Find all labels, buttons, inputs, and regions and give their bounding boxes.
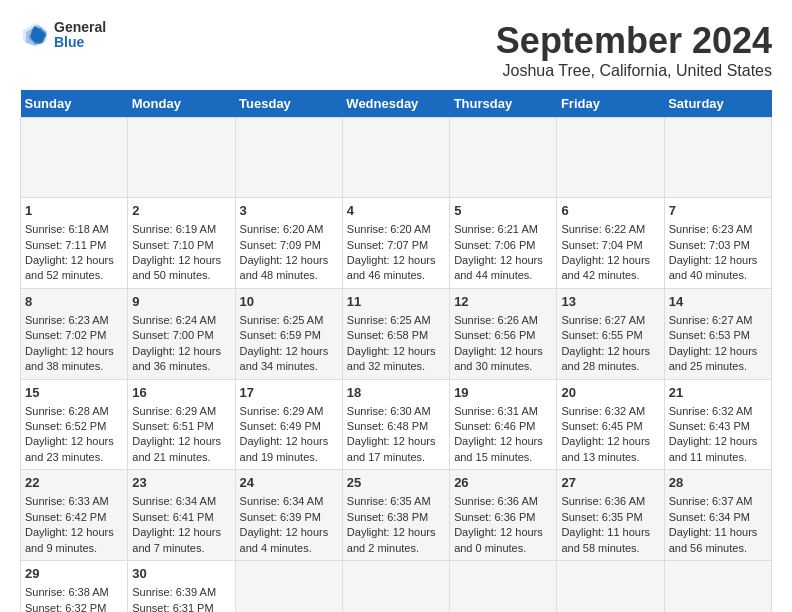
sunset: Sunset: 6:42 PM — [25, 511, 106, 523]
sunset: Sunset: 6:36 PM — [454, 511, 535, 523]
daylight-label: Daylight: 12 hours and 11 minutes. — [669, 435, 758, 462]
sunset: Sunset: 7:06 PM — [454, 239, 535, 251]
calendar-cell — [557, 561, 664, 613]
sunrise: Sunrise: 6:27 AM — [561, 314, 645, 326]
day-number: 24 — [240, 474, 338, 492]
daylight-label: Daylight: 12 hours and 2 minutes. — [347, 526, 436, 553]
calendar-title: September 2024 — [496, 20, 772, 62]
sunset: Sunset: 7:10 PM — [132, 239, 213, 251]
title-block: September 2024 Joshua Tree, California, … — [496, 20, 772, 80]
sunset: Sunset: 6:52 PM — [25, 420, 106, 432]
sunset: Sunset: 6:56 PM — [454, 329, 535, 341]
calendar-cell: 27Sunrise: 6:36 AMSunset: 6:35 PMDayligh… — [557, 470, 664, 561]
daylight-label: Daylight: 12 hours and 28 minutes. — [561, 345, 650, 372]
sunset: Sunset: 6:59 PM — [240, 329, 321, 341]
calendar-cell: 17Sunrise: 6:29 AMSunset: 6:49 PMDayligh… — [235, 379, 342, 470]
calendar-cell: 10Sunrise: 6:25 AMSunset: 6:59 PMDayligh… — [235, 288, 342, 379]
daylight-label: Daylight: 12 hours and 19 minutes. — [240, 435, 329, 462]
calendar-cell: 14Sunrise: 6:27 AMSunset: 6:53 PMDayligh… — [664, 288, 771, 379]
calendar-cell: 23Sunrise: 6:34 AMSunset: 6:41 PMDayligh… — [128, 470, 235, 561]
calendar-cell: 18Sunrise: 6:30 AMSunset: 6:48 PMDayligh… — [342, 379, 449, 470]
sunrise: Sunrise: 6:37 AM — [669, 495, 753, 507]
calendar-cell: 6Sunrise: 6:22 AMSunset: 7:04 PMDaylight… — [557, 198, 664, 289]
day-number: 21 — [669, 384, 767, 402]
sunset: Sunset: 6:58 PM — [347, 329, 428, 341]
sunrise: Sunrise: 6:32 AM — [669, 405, 753, 417]
calendar-header-row: SundayMondayTuesdayWednesdayThursdayFrid… — [21, 90, 772, 118]
sunset: Sunset: 6:46 PM — [454, 420, 535, 432]
calendar-cell — [450, 561, 557, 613]
calendar-cell: 11Sunrise: 6:25 AMSunset: 6:58 PMDayligh… — [342, 288, 449, 379]
calendar-cell: 12Sunrise: 6:26 AMSunset: 6:56 PMDayligh… — [450, 288, 557, 379]
sunset: Sunset: 7:03 PM — [669, 239, 750, 251]
sunset: Sunset: 6:39 PM — [240, 511, 321, 523]
daylight-label: Daylight: 12 hours and 38 minutes. — [25, 345, 114, 372]
daylight-label: Daylight: 12 hours and 32 minutes. — [347, 345, 436, 372]
sunset: Sunset: 6:31 PM — [132, 602, 213, 612]
sunrise: Sunrise: 6:32 AM — [561, 405, 645, 417]
daylight-label: Daylight: 12 hours and 34 minutes. — [240, 345, 329, 372]
daylight-label: Daylight: 12 hours and 9 minutes. — [25, 526, 114, 553]
page-header: General Blue September 2024 Joshua Tree,… — [20, 20, 772, 80]
day-number: 2 — [132, 202, 230, 220]
sunrise: Sunrise: 6:33 AM — [25, 495, 109, 507]
calendar-cell: 7Sunrise: 6:23 AMSunset: 7:03 PMDaylight… — [664, 198, 771, 289]
sunrise: Sunrise: 6:26 AM — [454, 314, 538, 326]
calendar-week-0 — [21, 118, 772, 198]
day-number: 28 — [669, 474, 767, 492]
daylight-label: Daylight: 11 hours and 58 minutes. — [561, 526, 650, 553]
logo-text: General Blue — [54, 20, 106, 51]
sunrise: Sunrise: 6:23 AM — [25, 314, 109, 326]
col-header-friday: Friday — [557, 90, 664, 118]
calendar-cell — [342, 561, 449, 613]
calendar-cell: 30Sunrise: 6:39 AMSunset: 6:31 PMDayligh… — [128, 561, 235, 613]
col-header-saturday: Saturday — [664, 90, 771, 118]
sunrise: Sunrise: 6:29 AM — [240, 405, 324, 417]
sunset: Sunset: 6:48 PM — [347, 420, 428, 432]
sunrise: Sunrise: 6:36 AM — [561, 495, 645, 507]
calendar-cell: 8Sunrise: 6:23 AMSunset: 7:02 PMDaylight… — [21, 288, 128, 379]
sunset: Sunset: 7:07 PM — [347, 239, 428, 251]
sunset: Sunset: 6:38 PM — [347, 511, 428, 523]
day-number: 9 — [132, 293, 230, 311]
day-number: 17 — [240, 384, 338, 402]
sunset: Sunset: 6:45 PM — [561, 420, 642, 432]
day-number: 10 — [240, 293, 338, 311]
day-number: 27 — [561, 474, 659, 492]
calendar-cell: 9Sunrise: 6:24 AMSunset: 7:00 PMDaylight… — [128, 288, 235, 379]
calendar-cell — [450, 118, 557, 198]
calendar-cell: 3Sunrise: 6:20 AMSunset: 7:09 PMDaylight… — [235, 198, 342, 289]
sunrise: Sunrise: 6:34 AM — [240, 495, 324, 507]
calendar-week-5: 29Sunrise: 6:38 AMSunset: 6:32 PMDayligh… — [21, 561, 772, 613]
calendar-cell — [235, 118, 342, 198]
calendar-cell: 15Sunrise: 6:28 AMSunset: 6:52 PMDayligh… — [21, 379, 128, 470]
col-header-wednesday: Wednesday — [342, 90, 449, 118]
sunrise: Sunrise: 6:25 AM — [240, 314, 324, 326]
day-number: 16 — [132, 384, 230, 402]
calendar-cell — [557, 118, 664, 198]
sunset: Sunset: 6:53 PM — [669, 329, 750, 341]
calendar-cell: 5Sunrise: 6:21 AMSunset: 7:06 PMDaylight… — [450, 198, 557, 289]
calendar-cell: 1Sunrise: 6:18 AMSunset: 7:11 PMDaylight… — [21, 198, 128, 289]
calendar-week-2: 8Sunrise: 6:23 AMSunset: 7:02 PMDaylight… — [21, 288, 772, 379]
sunset: Sunset: 7:09 PM — [240, 239, 321, 251]
daylight-label: Daylight: 12 hours and 48 minutes. — [240, 254, 329, 281]
sunrise: Sunrise: 6:21 AM — [454, 223, 538, 235]
col-header-sunday: Sunday — [21, 90, 128, 118]
calendar-cell — [664, 118, 771, 198]
daylight-label: Daylight: 12 hours and 44 minutes. — [454, 254, 543, 281]
day-number: 15 — [25, 384, 123, 402]
sunrise: Sunrise: 6:19 AM — [132, 223, 216, 235]
daylight-label: Daylight: 12 hours and 7 minutes. — [132, 526, 221, 553]
day-number: 25 — [347, 474, 445, 492]
sunrise: Sunrise: 6:20 AM — [347, 223, 431, 235]
sunrise: Sunrise: 6:20 AM — [240, 223, 324, 235]
sunset: Sunset: 6:32 PM — [25, 602, 106, 612]
sunrise: Sunrise: 6:31 AM — [454, 405, 538, 417]
sunrise: Sunrise: 6:29 AM — [132, 405, 216, 417]
day-number: 23 — [132, 474, 230, 492]
col-header-thursday: Thursday — [450, 90, 557, 118]
calendar-cell: 24Sunrise: 6:34 AMSunset: 6:39 PMDayligh… — [235, 470, 342, 561]
logo: General Blue — [20, 20, 106, 51]
sunrise: Sunrise: 6:36 AM — [454, 495, 538, 507]
